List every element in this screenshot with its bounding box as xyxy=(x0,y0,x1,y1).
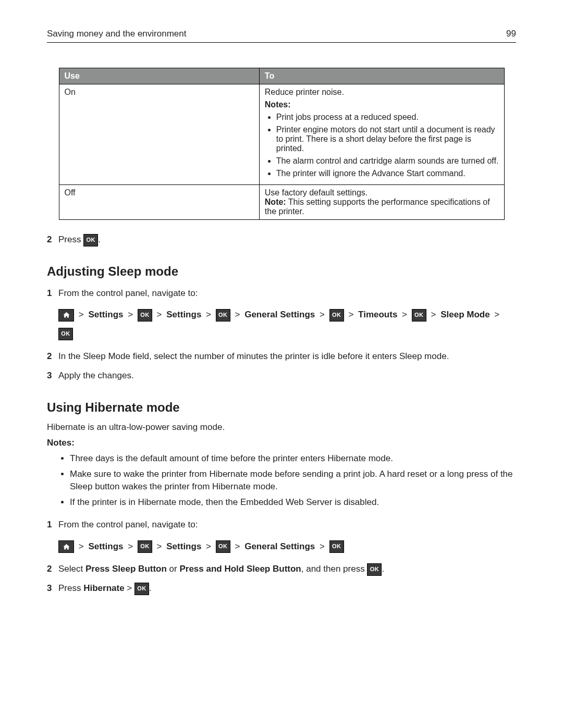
steps-sleep-23: 2 In the Sleep Mode field, select the nu… xyxy=(47,349,516,382)
separator: > xyxy=(128,541,133,551)
text: Select xyxy=(58,564,85,574)
list-item: If the printer is in Hibernate mode, the… xyxy=(70,496,516,509)
nav-settings: Settings xyxy=(166,541,201,551)
step-number: 1 xyxy=(47,286,58,300)
separator: > xyxy=(79,310,84,319)
th-to: To xyxy=(259,68,504,84)
ok-icon: OK xyxy=(216,540,230,553)
steps-hibernate-23: 2 Select Press Sleep Button or Press and… xyxy=(47,562,516,595)
hibernate-intro: Hibernate is an ultra‑low‑power saving m… xyxy=(47,422,516,433)
ok-icon: OK xyxy=(138,540,152,553)
step-number: 3 xyxy=(47,581,58,595)
nav-timeouts: Timeouts xyxy=(358,310,397,319)
page-number: 99 xyxy=(506,29,516,39)
on-summary: Reduce printer noise. xyxy=(265,88,499,97)
heading-hibernate: Using Hibernate mode xyxy=(47,400,516,415)
list-item: Three days is the default amount of time… xyxy=(70,452,516,465)
list-item: The alarm control and cartridge alarm so… xyxy=(276,156,499,166)
off-note-label: Note: xyxy=(265,198,286,206)
ok-icon: OK xyxy=(329,540,344,553)
table-row-on: On Reduce printer noise. Notes: Print jo… xyxy=(59,84,504,185)
step-body: Press OK. xyxy=(58,232,516,246)
cell-off-use: Off xyxy=(59,185,259,220)
cell-off-to: Use factory default settings. Note: This… xyxy=(259,185,504,220)
off-note-text: This setting supports the performance sp… xyxy=(265,198,490,216)
separator: > xyxy=(402,310,407,319)
text: Press xyxy=(58,235,83,244)
steps-after-table: 2 Press OK. xyxy=(47,232,516,246)
step-3: 3 Press Hibernate > OK. xyxy=(47,581,516,595)
step-number: 2 xyxy=(47,232,58,246)
separator: > xyxy=(206,541,211,551)
ok-icon: OK xyxy=(216,309,230,322)
cell-on-use: On xyxy=(59,84,259,185)
separator: > xyxy=(157,310,162,319)
separator: > xyxy=(157,541,162,551)
step-2-press-ok: 2 Press OK. xyxy=(47,232,516,246)
text: . xyxy=(149,583,152,593)
step-body: Apply the changes. xyxy=(58,368,516,382)
cell-on-to: Reduce printer noise. Notes: Print jobs … xyxy=(259,84,504,185)
nav-path-hibernate: > Settings > OK > Settings > OK > Genera… xyxy=(58,537,516,556)
home-icon xyxy=(58,309,74,322)
separator: > xyxy=(235,310,240,319)
nav-sleep-mode: Sleep Mode xyxy=(440,310,489,319)
ok-icon: OK xyxy=(58,328,73,340)
option-press-hold-sleep: Press and Hold Sleep Button xyxy=(179,564,301,574)
step-body: Press Hibernate > OK. xyxy=(58,581,516,595)
step-number: 1 xyxy=(47,517,58,532)
step-number: 3 xyxy=(47,368,58,382)
separator: > xyxy=(320,310,325,319)
nav-general-settings: General Settings xyxy=(244,310,315,319)
home-icon xyxy=(58,540,74,553)
ok-icon: OK xyxy=(412,309,426,322)
list-item: Printer engine motors do not start until… xyxy=(276,125,499,153)
separator: > xyxy=(125,583,134,593)
off-note: Note: This setting supports the performa… xyxy=(265,198,499,216)
step-3: 3 Apply the changes. xyxy=(47,368,516,382)
option-press-sleep: Press Sleep Button xyxy=(85,564,167,574)
text: Press xyxy=(58,583,83,593)
steps-hibernate-1: 1 From the control panel, navigate to: xyxy=(47,517,516,532)
page: Saving money and the environment 99 Use … xyxy=(0,0,563,728)
step-2: 2 In the Sleep Mode field, select the nu… xyxy=(47,349,516,363)
header-title: Saving money and the environment xyxy=(47,29,186,39)
th-use: Use xyxy=(59,68,259,84)
separator: > xyxy=(128,310,133,319)
separator: > xyxy=(494,310,499,319)
step-body: In the Sleep Mode field, select the numb… xyxy=(58,349,516,363)
nav-settings: Settings xyxy=(88,541,123,551)
step-1: 1 From the control panel, navigate to: xyxy=(47,286,516,300)
separator: > xyxy=(206,310,211,319)
steps-sleep: 1 From the control panel, navigate to: xyxy=(47,286,516,300)
step-body: Select Press Sleep Button or Press and H… xyxy=(58,562,516,576)
use-to-table: Use To On Reduce printer noise. Notes: P… xyxy=(59,68,505,220)
step-2: 2 Select Press Sleep Button or Press and… xyxy=(47,562,516,576)
page-header: Saving money and the environment 99 xyxy=(47,29,516,43)
text: , and then press xyxy=(301,564,368,574)
step-body: From the control panel, navigate to: xyxy=(58,286,516,300)
separator: > xyxy=(348,310,353,319)
step-number: 2 xyxy=(47,349,58,363)
separator: > xyxy=(320,541,325,551)
step-body: From the control panel, navigate to: xyxy=(58,517,516,532)
on-notes-label: Notes: xyxy=(265,100,499,109)
nav-path-sleep: > Settings > OK > Settings > OK > Genera… xyxy=(58,305,516,342)
text: . xyxy=(98,235,101,244)
separator: > xyxy=(431,310,436,319)
list-item: Print jobs process at a reduced speed. xyxy=(276,113,499,122)
ok-icon: OK xyxy=(134,583,149,595)
text: or xyxy=(167,564,180,574)
list-item: The printer will ignore the Advance Star… xyxy=(276,169,499,178)
step-number: 2 xyxy=(47,562,58,576)
ok-icon: OK xyxy=(138,309,152,322)
ok-icon: OK xyxy=(83,234,98,246)
separator: > xyxy=(235,541,240,551)
off-summary: Use factory default settings. xyxy=(265,188,499,198)
heading-sleep-mode: Adjusting Sleep mode xyxy=(47,264,516,279)
list-item: Make sure to wake the printer from Hiber… xyxy=(70,468,516,493)
nav-general-settings: General Settings xyxy=(244,541,315,551)
hibernate-notes-label: Notes: xyxy=(47,438,516,448)
on-notes-list: Print jobs process at a reduced speed. P… xyxy=(265,113,499,178)
nav-settings: Settings xyxy=(166,310,201,319)
